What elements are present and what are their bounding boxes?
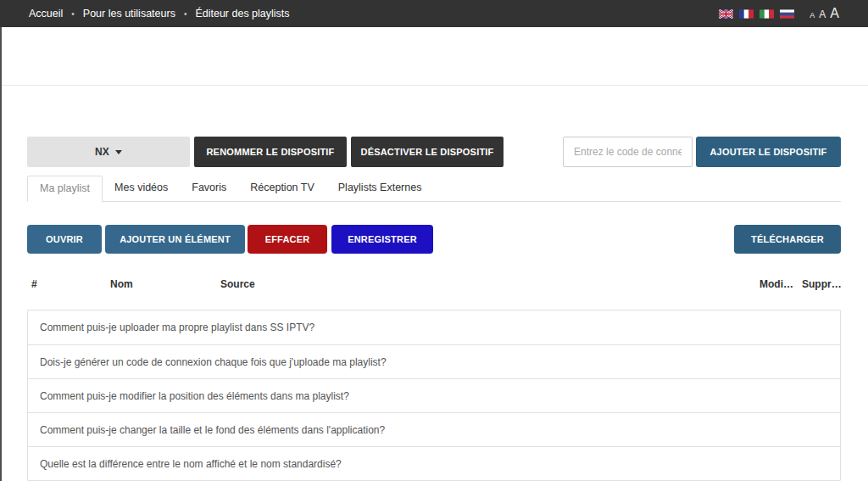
open-button[interactable]: OUVRIR: [27, 225, 102, 254]
nav-link-home[interactable]: Accueil: [29, 8, 63, 20]
list-item[interactable]: Dois-je générer un code de connexion cha…: [28, 344, 840, 378]
chevron-down-icon: [115, 150, 122, 154]
top-navigation-bar: Accueil • Pour les utilisateurs • Éditeu…: [0, 0, 868, 27]
font-size-medium-button[interactable]: A: [819, 9, 826, 20]
list-item[interactable]: Comment puis-je changer la taille et le …: [28, 412, 840, 446]
column-header-delete: Suppr…: [802, 278, 841, 290]
connection-code-input[interactable]: [563, 137, 693, 167]
tab-favorites[interactable]: Favoris: [180, 176, 238, 201]
tab-my-videos[interactable]: Mes vidéos: [103, 176, 180, 201]
device-selector-label: NX: [95, 146, 109, 158]
tab-external-playlists[interactable]: Playlists Externes: [326, 176, 434, 201]
flag-uk-icon[interactable]: [719, 9, 733, 19]
flag-france-icon[interactable]: [739, 9, 754, 19]
nav-link-playlist-editor[interactable]: Éditeur des playlists: [195, 8, 289, 20]
language-and-fontsize-controls: A A A: [713, 7, 839, 20]
list-item[interactable]: Comment puis-je uploader ma propre playl…: [28, 310, 840, 344]
list-item[interactable]: Quelle est la différence entre le nom af…: [28, 446, 840, 480]
column-header-name: Nom: [110, 278, 220, 290]
list-item[interactable]: Comment puis-je modifier la position des…: [28, 378, 840, 412]
flag-russia-icon[interactable]: [780, 9, 794, 19]
playlist-rows: Comment puis-je uploader ma propre playl…: [27, 310, 841, 481]
playlist-tabs: Ma playlist Mes vidéos Favoris Réception…: [27, 176, 841, 202]
font-size-small-button[interactable]: A: [810, 12, 815, 20]
add-device-button[interactable]: AJOUTER LE DISPOSITIF: [696, 137, 841, 167]
tab-tv-reception[interactable]: Réception TV: [238, 176, 326, 201]
device-bar: NX RENOMMER LE DISPOSITIF DÉSACTIVER LE …: [27, 137, 841, 167]
flag-italy-icon[interactable]: [760, 9, 774, 19]
playlist-table-header: # Nom Source Modi… Suppr…: [27, 278, 841, 290]
page-header-empty: [0, 27, 868, 86]
tab-my-playlist[interactable]: Ma playlist: [27, 176, 103, 202]
nav-separator: •: [71, 9, 75, 19]
font-size-large-button[interactable]: A: [830, 7, 839, 20]
download-button[interactable]: TÉLÉCHARGER: [734, 225, 841, 254]
playlist-toolbar: OUVRIR AJOUTER UN ÉLÉMENT EFFACER ENREGI…: [27, 225, 841, 254]
main-content: NX RENOMMER LE DISPOSITIF DÉSACTIVER LE …: [27, 137, 841, 481]
clear-button[interactable]: EFFACER: [248, 225, 327, 254]
window-left-edge: [0, 27, 2, 481]
column-header-modify: Modi…: [760, 278, 802, 290]
deactivate-device-button[interactable]: DÉSACTIVER LE DISPOSITIF: [351, 137, 504, 167]
column-header-source: Source: [220, 278, 760, 290]
column-header-index: #: [27, 278, 110, 290]
nav-link-for-users[interactable]: Pour les utilisateurs: [83, 8, 175, 20]
font-size-controls: A A A: [810, 7, 839, 20]
add-item-button[interactable]: AJOUTER UN ÉLÉMENT: [105, 225, 245, 254]
rename-device-button[interactable]: RENOMMER LE DISPOSITIF: [194, 137, 347, 167]
device-selector-dropdown[interactable]: NX: [27, 137, 190, 167]
nav-separator: •: [184, 9, 187, 19]
save-button[interactable]: ENREGISTRER: [331, 225, 433, 254]
